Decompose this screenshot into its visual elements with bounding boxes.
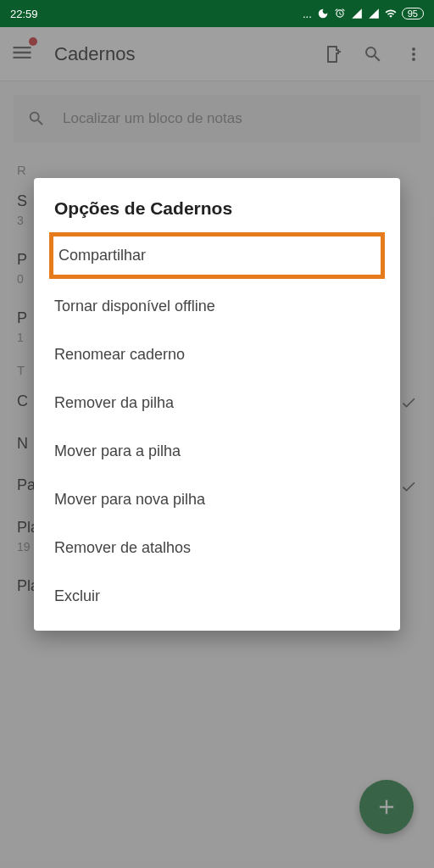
dialog-item-delete[interactable]: Excluir bbox=[34, 572, 400, 620]
dialog-title: Opções de Cadernos bbox=[34, 198, 400, 229]
dialog-item-move-new-stack[interactable]: Mover para nova pilha bbox=[34, 476, 400, 524]
options-dialog: Opções de Cadernos Compartilhar Tornar d… bbox=[34, 178, 400, 631]
status-icons: ... 95 bbox=[303, 8, 424, 20]
dialog-item-share[interactable]: Compartilhar bbox=[49, 232, 385, 279]
signal-icon-2 bbox=[368, 8, 380, 19]
dialog-item-remove-stack[interactable]: Remover da pilha bbox=[34, 379, 400, 427]
status-bar: 22:59 ... 95 bbox=[0, 0, 434, 27]
dialog-item-rename[interactable]: Renomear caderno bbox=[34, 331, 400, 379]
dialog-item-offline[interactable]: Tornar disponível offline bbox=[34, 282, 400, 331]
dots-icon: ... bbox=[303, 8, 312, 20]
moon-icon bbox=[317, 8, 329, 19]
alarm-icon bbox=[334, 8, 346, 19]
dialog-item-move-stack[interactable]: Mover para a pilha bbox=[34, 427, 400, 476]
dialog-item-remove-shortcut[interactable]: Remover de atalhos bbox=[34, 524, 400, 572]
signal-icon bbox=[351, 8, 363, 19]
wifi-icon bbox=[385, 8, 397, 19]
status-time: 22:59 bbox=[10, 8, 38, 20]
battery-badge: 95 bbox=[402, 8, 424, 19]
